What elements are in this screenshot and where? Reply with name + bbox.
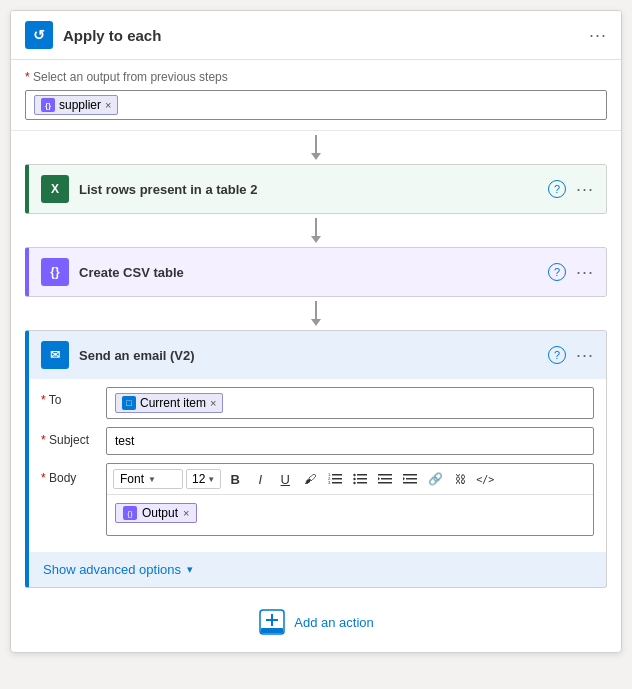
excel-card: X List rows present in a table 2 ? ··· bbox=[25, 164, 607, 214]
csv-card-title: Create CSV table bbox=[79, 265, 538, 280]
add-action-label: Add an action bbox=[294, 615, 374, 630]
body-label: * Body bbox=[41, 463, 96, 485]
email-help-icon[interactable]: ? bbox=[548, 346, 566, 364]
svg-marker-19 bbox=[403, 477, 405, 481]
indent-increase-button[interactable] bbox=[399, 468, 421, 490]
select-output-input[interactable]: {} supplier × bbox=[25, 90, 607, 120]
email-more-button[interactable]: ··· bbox=[576, 345, 594, 366]
output-token: {} Output × bbox=[115, 503, 197, 523]
arrow-connector-3 bbox=[11, 297, 621, 330]
email-card: ✉ Send an email (V2) ? ··· * To □ Curren… bbox=[25, 330, 607, 588]
link-button[interactable]: 🔗 bbox=[424, 468, 446, 490]
csv-help-icon[interactable]: ? bbox=[548, 263, 566, 281]
excel-help-icon[interactable]: ? bbox=[548, 180, 566, 198]
excel-more-button[interactable]: ··· bbox=[576, 179, 594, 200]
body-content[interactable]: {} Output × bbox=[107, 495, 593, 535]
excel-card-header: X List rows present in a table 2 ? ··· bbox=[29, 165, 606, 213]
bold-button[interactable]: B bbox=[224, 468, 246, 490]
output-token-close[interactable]: × bbox=[183, 507, 189, 519]
arrow-line-3 bbox=[315, 301, 317, 319]
svg-point-11 bbox=[354, 482, 356, 484]
arrow-connector-2 bbox=[11, 214, 621, 247]
supplier-token-close[interactable]: × bbox=[105, 99, 111, 111]
supplier-token-icon: {} bbox=[41, 98, 55, 112]
svg-point-10 bbox=[354, 478, 356, 480]
supplier-token: {} supplier × bbox=[34, 95, 118, 115]
code-button[interactable]: </> bbox=[474, 468, 496, 490]
font-label: Font bbox=[120, 472, 144, 486]
subject-input[interactable]: test bbox=[106, 427, 594, 455]
arrow-down-2 bbox=[311, 218, 321, 243]
svg-rect-1 bbox=[332, 478, 342, 480]
arrow-down-3 bbox=[311, 301, 321, 326]
header-icon: ↺ bbox=[25, 21, 53, 49]
arrow-connector-1 bbox=[11, 131, 621, 164]
csv-more-button[interactable]: ··· bbox=[576, 262, 594, 283]
select-output-label: * Select an output from previous steps bbox=[25, 70, 607, 84]
unlink-button[interactable]: ⛓ bbox=[449, 468, 471, 490]
svg-rect-16 bbox=[403, 474, 417, 476]
font-size-value: 12 bbox=[192, 472, 205, 486]
svg-rect-8 bbox=[357, 482, 367, 484]
subject-value: test bbox=[115, 434, 134, 448]
email-card-header: ✉ Send an email (V2) ? ··· bbox=[29, 331, 606, 379]
italic-button[interactable]: I bbox=[249, 468, 271, 490]
more-options-button[interactable]: ··· bbox=[589, 25, 607, 46]
arrow-down-1 bbox=[311, 135, 321, 160]
svg-rect-2 bbox=[332, 482, 342, 484]
current-item-text: Current item bbox=[140, 396, 206, 410]
to-input[interactable]: □ Current item × bbox=[106, 387, 594, 419]
svg-rect-7 bbox=[357, 478, 367, 480]
to-field-row: * To □ Current item × bbox=[41, 387, 594, 419]
subject-label: * Subject bbox=[41, 427, 96, 447]
arrow-line-2 bbox=[315, 218, 317, 236]
card-header: ↺ Apply to each ··· bbox=[11, 11, 621, 60]
csv-card-header: {} Create CSV table ? ··· bbox=[29, 248, 606, 296]
add-action-icon bbox=[258, 608, 286, 636]
current-item-close[interactable]: × bbox=[210, 397, 216, 409]
header-title: Apply to each bbox=[63, 27, 579, 44]
paint-button[interactable]: 🖌 bbox=[299, 468, 321, 490]
svg-marker-15 bbox=[378, 477, 380, 481]
subject-field-row: * Subject test bbox=[41, 427, 594, 455]
underline-button[interactable]: U bbox=[274, 468, 296, 490]
add-action-area: Add an action bbox=[11, 588, 621, 652]
csv-card: {} Create CSV table ? ··· bbox=[25, 247, 607, 297]
unordered-list-icon bbox=[353, 473, 367, 485]
add-action-button[interactable]: Add an action bbox=[258, 608, 374, 636]
current-item-icon: □ bbox=[122, 396, 136, 410]
show-advanced-options[interactable]: Show advanced options ▾ bbox=[29, 552, 606, 587]
svg-point-9 bbox=[354, 474, 356, 476]
current-item-token: □ Current item × bbox=[115, 393, 223, 413]
supplier-token-text: supplier bbox=[59, 98, 101, 112]
indent-decrease-button[interactable] bbox=[374, 468, 396, 490]
ordered-list-icon: 1. 2. 3. bbox=[328, 473, 342, 485]
output-token-icon: {} bbox=[123, 506, 137, 520]
unordered-list-button[interactable] bbox=[349, 468, 371, 490]
show-advanced-chevron: ▾ bbox=[187, 563, 193, 576]
svg-text:3.: 3. bbox=[328, 480, 331, 485]
svg-rect-6 bbox=[357, 474, 367, 476]
svg-rect-12 bbox=[378, 474, 392, 476]
email-card-title: Send an email (V2) bbox=[79, 348, 538, 363]
font-size-dropdown[interactable]: 12 ▼ bbox=[186, 469, 221, 489]
body-editor[interactable]: Font ▼ 12 ▼ B I U 🖌 bbox=[106, 463, 594, 536]
font-dropdown[interactable]: Font ▼ bbox=[113, 469, 183, 489]
apply-to-each-container: ↺ Apply to each ··· * Select an output f… bbox=[10, 10, 622, 653]
excel-card-title: List rows present in a table 2 bbox=[79, 182, 538, 197]
svg-rect-21 bbox=[261, 628, 283, 633]
body-field-row: * Body Font ▼ 12 ▼ B I bbox=[41, 463, 594, 536]
svg-rect-13 bbox=[381, 478, 392, 480]
size-chevron: ▼ bbox=[207, 475, 215, 484]
required-marker: * bbox=[25, 70, 30, 84]
ordered-list-button[interactable]: 1. 2. 3. bbox=[324, 468, 346, 490]
email-fields: * To □ Current item × * Subject test bbox=[29, 379, 606, 552]
arrow-head-3 bbox=[311, 319, 321, 326]
svg-rect-0 bbox=[332, 474, 342, 476]
svg-rect-18 bbox=[403, 482, 417, 484]
arrow-line-1 bbox=[315, 135, 317, 153]
to-label: * To bbox=[41, 387, 96, 407]
email-icon: ✉ bbox=[41, 341, 69, 369]
font-chevron: ▼ bbox=[148, 475, 156, 484]
editor-toolbar: Font ▼ 12 ▼ B I U 🖌 bbox=[107, 464, 593, 495]
